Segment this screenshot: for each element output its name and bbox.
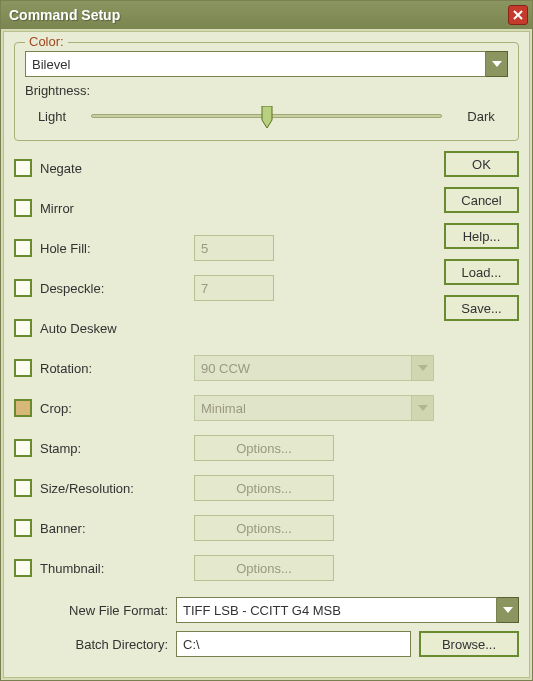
- stamp-label: Stamp:: [40, 441, 81, 456]
- crop-checkbox[interactable]: [14, 399, 32, 417]
- slider-thumb-icon[interactable]: [260, 106, 274, 128]
- brightness-slider[interactable]: [91, 108, 442, 124]
- dialog-body: Color: Brightness: Light Dark: [3, 31, 530, 678]
- batch-dir-label: Batch Directory:: [14, 637, 168, 652]
- size-res-options-button: Options...: [194, 475, 334, 501]
- despeckle-checkbox[interactable]: [14, 279, 32, 297]
- crop-label: Crop:: [40, 401, 72, 416]
- dropdown-arrow-icon[interactable]: [497, 597, 519, 623]
- rotation-combo-input: [194, 355, 412, 381]
- mirror-checkbox[interactable]: [14, 199, 32, 217]
- file-format-input[interactable]: [176, 597, 497, 623]
- file-format-combo[interactable]: [176, 597, 519, 623]
- dropdown-arrow-icon: [412, 355, 434, 381]
- rotation-checkbox[interactable]: [14, 359, 32, 377]
- cancel-button[interactable]: Cancel: [444, 187, 519, 213]
- ok-button[interactable]: OK: [444, 151, 519, 177]
- mirror-label: Mirror: [40, 201, 74, 216]
- file-format-label: New File Format:: [14, 603, 168, 618]
- dropdown-arrow-icon: [412, 395, 434, 421]
- negate-checkbox[interactable]: [14, 159, 32, 177]
- slider-dark-label: Dark: [454, 109, 508, 124]
- crop-combo: [194, 395, 434, 421]
- brightness-slider-row: Light Dark: [25, 102, 508, 126]
- titlebar: Command Setup: [1, 1, 532, 29]
- command-setup-dialog: Command Setup Color: Brightness: Light: [0, 0, 533, 681]
- stamp-checkbox[interactable]: [14, 439, 32, 457]
- size-res-checkbox[interactable]: [14, 479, 32, 497]
- rotation-label: Rotation:: [40, 361, 92, 376]
- negate-label: Negate: [40, 161, 82, 176]
- hole-fill-label: Hole Fill:: [40, 241, 91, 256]
- thumbnail-options-button: Options...: [194, 555, 334, 581]
- hole-fill-checkbox[interactable]: [14, 239, 32, 257]
- banner-checkbox[interactable]: [14, 519, 32, 537]
- stamp-options-button: Options...: [194, 435, 334, 461]
- color-group-label: Color:: [25, 34, 68, 49]
- thumbnail-label: Thumbnail:: [40, 561, 104, 576]
- despeckle-label: Despeckle:: [40, 281, 104, 296]
- load-button[interactable]: Load...: [444, 259, 519, 285]
- auto-deskew-checkbox[interactable]: [14, 319, 32, 337]
- save-button[interactable]: Save...: [444, 295, 519, 321]
- crop-combo-input: [194, 395, 412, 421]
- brightness-label: Brightness:: [25, 83, 508, 98]
- size-res-label: Size/Resolution:: [40, 481, 134, 496]
- banner-label: Banner:: [40, 521, 86, 536]
- hole-fill-input[interactable]: [194, 235, 274, 261]
- despeckle-input[interactable]: [194, 275, 274, 301]
- color-combo[interactable]: [25, 51, 508, 77]
- color-group: Color: Brightness: Light Dark: [14, 42, 519, 141]
- browse-button[interactable]: Browse...: [419, 631, 519, 657]
- window-title: Command Setup: [9, 7, 120, 23]
- auto-deskew-label: Auto Deskew: [40, 321, 117, 336]
- batch-dir-input[interactable]: [176, 631, 411, 657]
- banner-options-button: Options...: [194, 515, 334, 541]
- close-icon[interactable]: [508, 5, 528, 25]
- thumbnail-checkbox[interactable]: [14, 559, 32, 577]
- color-combo-input[interactable]: [25, 51, 486, 77]
- slider-light-label: Light: [25, 109, 79, 124]
- dropdown-arrow-icon[interactable]: [486, 51, 508, 77]
- help-button[interactable]: Help...: [444, 223, 519, 249]
- rotation-combo: [194, 355, 434, 381]
